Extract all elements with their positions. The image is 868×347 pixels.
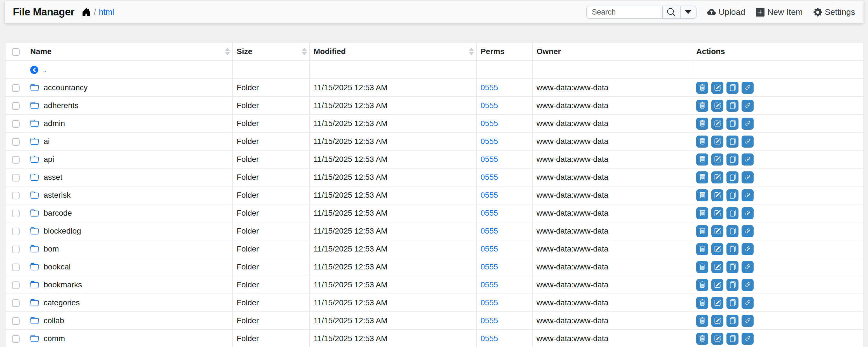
delete-button[interactable]: [696, 189, 708, 201]
file-name-link[interactable]: barcode: [44, 209, 72, 218]
rename-button[interactable]: [711, 189, 723, 201]
home-link[interactable]: [82, 7, 91, 17]
sort-arrows-icon[interactable]: [302, 48, 307, 55]
direct-link-button[interactable]: [742, 136, 753, 148]
rename-button[interactable]: [711, 315, 723, 327]
copy-button[interactable]: [726, 261, 739, 273]
file-name-link[interactable]: collab: [44, 316, 64, 325]
delete-button[interactable]: [696, 153, 708, 166]
copy-button[interactable]: [726, 207, 739, 219]
perms-link[interactable]: 0555: [480, 244, 498, 253]
rename-button[interactable]: [711, 297, 723, 309]
copy-button[interactable]: [726, 333, 739, 345]
row-checkbox[interactable]: [12, 299, 20, 307]
column-header-size[interactable]: Size: [232, 42, 309, 61]
rename-button[interactable]: [711, 333, 723, 345]
direct-link-button[interactable]: [742, 243, 753, 255]
file-name-link[interactable]: bom: [44, 244, 59, 254]
copy-button[interactable]: [726, 136, 739, 148]
perms-link[interactable]: 0555: [480, 191, 498, 199]
copy-button[interactable]: [726, 153, 739, 166]
file-name-link[interactable]: blockedlog: [44, 227, 81, 235]
rename-button[interactable]: [711, 82, 723, 94]
perms-link[interactable]: 0555: [480, 155, 498, 164]
direct-link-button[interactable]: [742, 82, 753, 94]
delete-button[interactable]: [696, 207, 708, 219]
search-input[interactable]: [587, 6, 662, 18]
row-checkbox[interactable]: [12, 174, 20, 181]
perms-link[interactable]: 0555: [480, 280, 498, 289]
rename-button[interactable]: [711, 153, 723, 166]
direct-link-button[interactable]: [742, 100, 753, 112]
copy-button[interactable]: [726, 82, 739, 94]
breadcrumb-link-html[interactable]: html: [99, 7, 114, 17]
row-checkbox[interactable]: [12, 245, 20, 253]
file-name-link[interactable]: categories: [44, 298, 80, 307]
direct-link-button[interactable]: [742, 333, 753, 345]
copy-button[interactable]: [726, 243, 739, 255]
direct-link-button[interactable]: [742, 171, 753, 183]
delete-button[interactable]: [696, 225, 708, 237]
perms-link[interactable]: 0555: [480, 227, 498, 235]
row-checkbox[interactable]: [12, 264, 20, 271]
row-checkbox[interactable]: [12, 192, 20, 199]
perms-link[interactable]: 0555: [480, 334, 498, 343]
direct-link-button[interactable]: [742, 207, 753, 219]
delete-button[interactable]: [696, 100, 708, 112]
perms-link[interactable]: 0555: [480, 101, 498, 110]
direct-link-button[interactable]: [742, 153, 753, 166]
file-name-link[interactable]: asterisk: [44, 191, 70, 200]
rename-button[interactable]: [711, 225, 723, 237]
perms-link[interactable]: 0555: [480, 298, 498, 307]
parent-directory-link[interactable]: ..: [43, 67, 46, 74]
delete-button[interactable]: [696, 118, 708, 130]
perms-link[interactable]: 0555: [480, 209, 498, 217]
perms-link[interactable]: 0555: [480, 173, 498, 181]
column-header-modified[interactable]: Modified: [309, 42, 476, 61]
direct-link-button[interactable]: [742, 225, 753, 237]
rename-button[interactable]: [711, 100, 723, 112]
file-name-link[interactable]: bookmarks: [44, 280, 82, 289]
rename-button[interactable]: [711, 136, 723, 148]
delete-button[interactable]: [696, 279, 708, 291]
file-name-link[interactable]: ai: [44, 137, 50, 146]
delete-button[interactable]: [696, 297, 708, 309]
row-checkbox[interactable]: [12, 210, 20, 217]
upload-button[interactable]: Upload: [707, 7, 745, 17]
copy-button[interactable]: [726, 118, 739, 130]
direct-link-button[interactable]: [742, 279, 753, 291]
delete-button[interactable]: [696, 82, 708, 94]
perms-link[interactable]: 0555: [480, 262, 498, 271]
perms-link[interactable]: 0555: [480, 119, 498, 128]
sort-arrows-icon[interactable]: [469, 48, 474, 55]
row-checkbox[interactable]: [12, 156, 20, 164]
row-checkbox[interactable]: [12, 84, 20, 92]
copy-button[interactable]: [726, 189, 739, 201]
file-name-link[interactable]: admin: [44, 119, 65, 128]
column-header-name[interactable]: Name: [26, 42, 232, 61]
perms-link[interactable]: 0555: [480, 83, 498, 92]
copy-button[interactable]: [726, 279, 739, 291]
sort-arrows-icon[interactable]: [225, 48, 230, 55]
row-checkbox[interactable]: [12, 102, 20, 110]
file-name-link[interactable]: accountancy: [44, 83, 88, 92]
row-checkbox[interactable]: [12, 317, 20, 325]
copy-button[interactable]: [726, 171, 739, 183]
rename-button[interactable]: [711, 118, 723, 130]
search-options-dropdown[interactable]: [680, 6, 696, 18]
settings-button[interactable]: Settings: [813, 7, 855, 17]
row-checkbox[interactable]: [12, 120, 20, 128]
row-checkbox[interactable]: [12, 138, 20, 146]
delete-button[interactable]: [696, 333, 708, 345]
delete-button[interactable]: [696, 261, 708, 273]
delete-button[interactable]: [696, 171, 708, 183]
row-checkbox[interactable]: [12, 228, 20, 235]
copy-button[interactable]: [726, 225, 739, 237]
row-checkbox[interactable]: [12, 335, 20, 343]
direct-link-button[interactable]: [742, 315, 753, 327]
file-name-link[interactable]: comm: [44, 334, 65, 343]
direct-link-button[interactable]: [742, 297, 753, 309]
file-name-link[interactable]: bookcal: [44, 262, 71, 271]
delete-button[interactable]: [696, 243, 708, 255]
parent-directory-button[interactable]: [30, 66, 38, 74]
